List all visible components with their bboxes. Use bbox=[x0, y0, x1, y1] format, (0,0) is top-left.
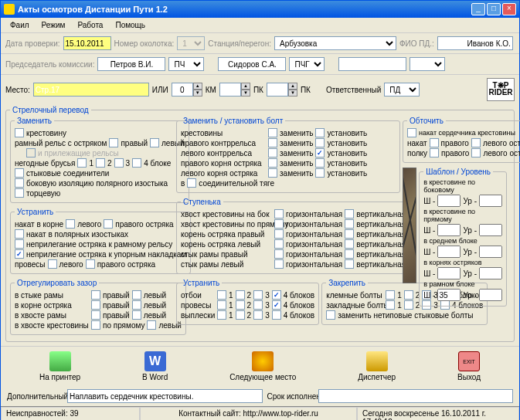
okolotok-label: Номер околотка: bbox=[114, 39, 175, 48]
resp-label: Ответственный bbox=[326, 86, 381, 94]
defect-label: Дополнительный недостаток bbox=[7, 392, 63, 401]
zazor-group: Отрегулировать зазор в стыке рамыправыйл… bbox=[10, 279, 186, 335]
km-spinner[interactable]: ▲▼ bbox=[172, 83, 202, 97]
member2-role[interactable] bbox=[410, 57, 445, 71]
printer-icon bbox=[49, 351, 71, 371]
pred-role[interactable]: ПЧ bbox=[168, 57, 204, 71]
resp-select[interactable]: ПД bbox=[384, 83, 420, 97]
statusbar: Неисправностей: 39 Контактный сайт: http… bbox=[1, 406, 519, 420]
exit-icon: EXIT bbox=[458, 351, 480, 371]
menu-work[interactable]: Работа bbox=[71, 19, 109, 31]
station-select[interactable]: Арбузовка bbox=[274, 36, 396, 50]
word-button[interactable]: WВ Word bbox=[142, 351, 168, 381]
srok-input[interactable] bbox=[318, 389, 514, 403]
exit-button[interactable]: EXITВыход bbox=[457, 351, 481, 381]
print-button[interactable]: На принтер bbox=[39, 351, 80, 381]
ustranit1-group: Устранить накат в корнелевогоправого ост… bbox=[10, 208, 191, 274]
close-button[interactable]: × bbox=[502, 3, 516, 15]
titlebar: Акты осмотров Дистанции Пути 1.2 _ □ × bbox=[1, 1, 519, 18]
mesto-label: Место: bbox=[5, 86, 30, 94]
logo: T❋PRIDER bbox=[487, 78, 515, 101]
date-label: Дата проверки: bbox=[5, 39, 60, 48]
pred-input[interactable] bbox=[97, 57, 165, 71]
menu-file[interactable]: Фаил bbox=[4, 19, 36, 31]
window-title: Акты осмотров Дистанции Пути 1.2 bbox=[18, 5, 471, 14]
cb-nepril-upor[interactable] bbox=[15, 249, 24, 259]
srok-label: Срок исполнения bbox=[267, 392, 314, 401]
member2-input[interactable] bbox=[338, 57, 406, 71]
status-url: Контактный сайт: http://www.top-rider.ru bbox=[140, 407, 357, 420]
status-date: Сегодня воскресенье 16.10.2011 г. 17:40:… bbox=[357, 407, 519, 420]
zamenit-group: Заменить крестовину рамный рельс с остря… bbox=[10, 117, 189, 203]
okolotok-select: 1 bbox=[177, 36, 205, 50]
ili-label: ИЛИ bbox=[152, 86, 168, 94]
menu-mode[interactable]: Режим bbox=[36, 19, 72, 31]
word-icon: W bbox=[144, 351, 166, 371]
main-group: Стрелочный перевод Заменить крестовину р… bbox=[5, 106, 515, 342]
shablon-group: Шаблон / Уровень в крестовине по боковом… bbox=[419, 168, 507, 307]
fio-label: ФИО ПД.: bbox=[399, 39, 434, 48]
mesto-input[interactable] bbox=[33, 83, 149, 97]
app-icon bbox=[4, 4, 15, 15]
pred-label: Председатель комиссии: bbox=[5, 60, 94, 69]
bell-icon bbox=[366, 351, 388, 371]
menubar: Фаил Режим Работа Помощь bbox=[1, 18, 519, 33]
person-icon bbox=[252, 351, 274, 371]
cb-krestovinu[interactable] bbox=[15, 128, 24, 137]
date-input[interactable] bbox=[63, 36, 111, 50]
status-neispr: Неисправностей: 39 bbox=[1, 407, 140, 420]
bolt-group: Заменить / установить болт крестовинызам… bbox=[176, 117, 400, 193]
pk1-spinner[interactable]: ▲▼ bbox=[219, 83, 250, 97]
pk2-spinner[interactable]: ▲▼ bbox=[267, 83, 297, 97]
main-legend: Стрелочный перевод bbox=[10, 106, 91, 114]
minimize-button[interactable]: _ bbox=[471, 3, 485, 15]
defect-input[interactable] bbox=[67, 389, 263, 403]
fio-input[interactable] bbox=[437, 36, 513, 50]
ustranit2-group: Устранить отбои1234 блоковпровесы1234 бл… bbox=[176, 279, 319, 325]
member-input[interactable] bbox=[218, 57, 286, 71]
station-label: Станция/перегон: bbox=[208, 39, 271, 48]
maximize-button[interactable]: □ bbox=[487, 3, 501, 15]
menu-help[interactable]: Помощь bbox=[109, 19, 151, 31]
rail-image bbox=[403, 168, 416, 283]
stupenka-group: Ступенька хвост крестовины на бокгоризон… bbox=[176, 198, 410, 274]
member-role[interactable]: ПЧГ bbox=[289, 57, 325, 71]
next-button[interactable]: Следующее место bbox=[229, 351, 296, 381]
dispatcher-button[interactable]: Диспетчер bbox=[358, 351, 396, 381]
obtochit-group: Обточить накат сердечника крестовины нак… bbox=[403, 117, 520, 163]
